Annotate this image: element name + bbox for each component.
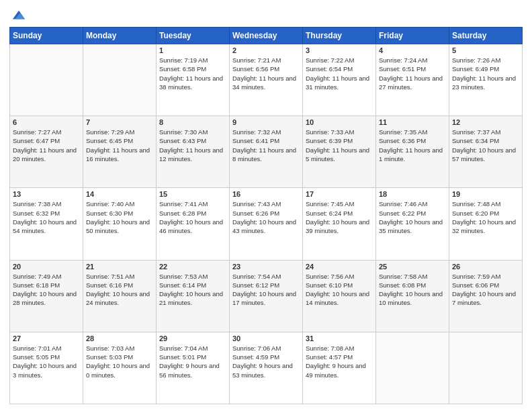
- day-info: Sunrise: 7:40 AM Sunset: 6:30 PM Dayligh…: [86, 199, 153, 235]
- day-number: 27: [13, 334, 80, 342]
- calendar-cell: 4Sunrise: 7:24 AM Sunset: 6:51 PM Daylig…: [376, 44, 449, 116]
- calendar-cell: 31Sunrise: 7:08 AM Sunset: 4:57 PM Dayli…: [303, 332, 376, 404]
- day-info: Sunrise: 7:33 AM Sunset: 6:39 PM Dayligh…: [306, 128, 373, 163]
- calendar-table: SundayMondayTuesdayWednesdayThursdayFrid…: [9, 27, 523, 404]
- day-number: 19: [452, 190, 519, 198]
- day-number: 15: [159, 190, 226, 198]
- calendar-week-4: 20Sunrise: 7:49 AM Sunset: 6:18 PM Dayli…: [10, 260, 523, 332]
- day-info: Sunrise: 7:22 AM Sunset: 6:54 PM Dayligh…: [306, 56, 373, 91]
- day-info: Sunrise: 7:32 AM Sunset: 6:41 PM Dayligh…: [232, 128, 300, 163]
- calendar-week-5: 27Sunrise: 7:01 AM Sunset: 5:05 PM Dayli…: [10, 332, 523, 404]
- day-number: 28: [86, 334, 153, 342]
- day-number: 13: [13, 190, 80, 198]
- day-number: 21: [86, 263, 153, 271]
- day-number: 11: [379, 118, 446, 126]
- day-info: Sunrise: 7:01 AM Sunset: 5:05 PM Dayligh…: [13, 344, 80, 379]
- calendar-cell: 6Sunrise: 7:27 AM Sunset: 6:47 PM Daylig…: [10, 116, 83, 188]
- calendar-cell: 30Sunrise: 7:06 AM Sunset: 4:59 PM Dayli…: [230, 332, 303, 404]
- day-number: 14: [86, 190, 153, 198]
- calendar-cell: [376, 332, 449, 404]
- day-number: 20: [13, 263, 80, 271]
- day-info: Sunrise: 7:48 AM Sunset: 6:20 PM Dayligh…: [452, 199, 519, 235]
- day-info: Sunrise: 7:24 AM Sunset: 6:51 PM Dayligh…: [379, 56, 446, 91]
- day-number: 8: [159, 118, 226, 126]
- calendar-cell: 10Sunrise: 7:33 AM Sunset: 6:39 PM Dayli…: [303, 116, 376, 188]
- day-number: 4: [379, 46, 446, 54]
- header: [9, 7, 523, 23]
- day-number: 5: [452, 46, 519, 54]
- day-info: Sunrise: 7:30 AM Sunset: 6:43 PM Dayligh…: [159, 128, 226, 163]
- day-number: 23: [232, 263, 300, 271]
- day-info: Sunrise: 7:51 AM Sunset: 6:16 PM Dayligh…: [86, 272, 153, 308]
- calendar-cell: 16Sunrise: 7:43 AM Sunset: 6:26 PM Dayli…: [230, 188, 303, 260]
- weekday-header-monday: Monday: [83, 28, 157, 44]
- day-number: 16: [232, 190, 300, 198]
- day-info: Sunrise: 7:35 AM Sunset: 6:36 PM Dayligh…: [379, 128, 446, 163]
- day-info: Sunrise: 7:08 AM Sunset: 4:57 PM Dayligh…: [306, 344, 373, 379]
- logo: [9, 9, 26, 23]
- day-info: Sunrise: 7:03 AM Sunset: 5:03 PM Dayligh…: [86, 344, 153, 379]
- day-info: Sunrise: 7:37 AM Sunset: 6:34 PM Dayligh…: [452, 128, 519, 163]
- calendar-cell: [83, 44, 157, 116]
- calendar-cell: 1Sunrise: 7:19 AM Sunset: 6:58 PM Daylig…: [157, 44, 230, 116]
- day-number: 7: [86, 118, 153, 126]
- calendar-cell: 29Sunrise: 7:04 AM Sunset: 5:01 PM Dayli…: [157, 332, 230, 404]
- day-info: Sunrise: 7:53 AM Sunset: 6:14 PM Dayligh…: [159, 272, 226, 308]
- calendar-cell: 24Sunrise: 7:56 AM Sunset: 6:10 PM Dayli…: [303, 260, 376, 332]
- day-number: 25: [379, 263, 446, 271]
- day-number: 31: [306, 334, 373, 342]
- day-number: 26: [452, 263, 519, 271]
- calendar-cell: 26Sunrise: 7:59 AM Sunset: 6:06 PM Dayli…: [449, 260, 523, 332]
- day-number: 17: [306, 190, 373, 198]
- calendar-week-2: 6Sunrise: 7:27 AM Sunset: 6:47 PM Daylig…: [10, 116, 523, 188]
- calendar-cell: 21Sunrise: 7:51 AM Sunset: 6:16 PM Dayli…: [83, 260, 157, 332]
- calendar-week-1: 1Sunrise: 7:19 AM Sunset: 6:58 PM Daylig…: [10, 44, 523, 116]
- weekday-header-saturday: Saturday: [449, 28, 523, 44]
- calendar-cell: 17Sunrise: 7:45 AM Sunset: 6:24 PM Dayli…: [303, 188, 376, 260]
- day-number: 24: [306, 263, 373, 271]
- day-info: Sunrise: 7:49 AM Sunset: 6:18 PM Dayligh…: [13, 272, 80, 308]
- calendar-cell: 25Sunrise: 7:58 AM Sunset: 6:08 PM Dayli…: [376, 260, 449, 332]
- calendar-cell: 14Sunrise: 7:40 AM Sunset: 6:30 PM Dayli…: [83, 188, 157, 260]
- calendar-cell: 8Sunrise: 7:30 AM Sunset: 6:43 PM Daylig…: [157, 116, 230, 188]
- weekday-header-wednesday: Wednesday: [230, 28, 303, 44]
- day-info: Sunrise: 7:19 AM Sunset: 6:58 PM Dayligh…: [159, 56, 226, 91]
- weekday-header-thursday: Thursday: [303, 28, 376, 44]
- day-number: 2: [232, 46, 300, 54]
- calendar-cell: 28Sunrise: 7:03 AM Sunset: 5:03 PM Dayli…: [83, 332, 157, 404]
- logo-icon: [11, 8, 26, 23]
- calendar-cell: 3Sunrise: 7:22 AM Sunset: 6:54 PM Daylig…: [303, 44, 376, 116]
- day-number: 22: [159, 263, 226, 271]
- day-info: Sunrise: 7:58 AM Sunset: 6:08 PM Dayligh…: [379, 272, 446, 308]
- weekday-header-row: SundayMondayTuesdayWednesdayThursdayFrid…: [10, 28, 523, 44]
- day-number: 9: [232, 118, 300, 126]
- calendar-cell: 11Sunrise: 7:35 AM Sunset: 6:36 PM Dayli…: [376, 116, 449, 188]
- day-info: Sunrise: 7:06 AM Sunset: 4:59 PM Dayligh…: [232, 344, 300, 379]
- day-number: 10: [306, 118, 373, 126]
- calendar-week-3: 13Sunrise: 7:38 AM Sunset: 6:32 PM Dayli…: [10, 188, 523, 260]
- day-info: Sunrise: 7:04 AM Sunset: 5:01 PM Dayligh…: [159, 344, 226, 379]
- calendar-cell: 20Sunrise: 7:49 AM Sunset: 6:18 PM Dayli…: [10, 260, 83, 332]
- calendar-cell: 12Sunrise: 7:37 AM Sunset: 6:34 PM Dayli…: [449, 116, 523, 188]
- calendar-cell: [10, 44, 83, 116]
- day-info: Sunrise: 7:46 AM Sunset: 6:22 PM Dayligh…: [379, 199, 446, 235]
- day-number: 12: [452, 118, 519, 126]
- calendar-cell: 23Sunrise: 7:54 AM Sunset: 6:12 PM Dayli…: [230, 260, 303, 332]
- calendar-cell: 7Sunrise: 7:29 AM Sunset: 6:45 PM Daylig…: [83, 116, 157, 188]
- calendar-cell: 18Sunrise: 7:46 AM Sunset: 6:22 PM Dayli…: [376, 188, 449, 260]
- day-number: 30: [232, 334, 300, 342]
- day-info: Sunrise: 7:41 AM Sunset: 6:28 PM Dayligh…: [159, 199, 226, 235]
- day-info: Sunrise: 7:27 AM Sunset: 6:47 PM Dayligh…: [13, 128, 80, 163]
- day-number: 6: [13, 118, 80, 126]
- day-info: Sunrise: 7:38 AM Sunset: 6:32 PM Dayligh…: [13, 199, 80, 235]
- calendar-cell: 13Sunrise: 7:38 AM Sunset: 6:32 PM Dayli…: [10, 188, 83, 260]
- calendar-cell: 9Sunrise: 7:32 AM Sunset: 6:41 PM Daylig…: [230, 116, 303, 188]
- day-number: 18: [379, 190, 446, 198]
- calendar-cell: 19Sunrise: 7:48 AM Sunset: 6:20 PM Dayli…: [449, 188, 523, 260]
- calendar-cell: 15Sunrise: 7:41 AM Sunset: 6:28 PM Dayli…: [157, 188, 230, 260]
- weekday-header-friday: Friday: [376, 28, 449, 44]
- day-number: 1: [159, 46, 226, 54]
- day-info: Sunrise: 7:56 AM Sunset: 6:10 PM Dayligh…: [306, 272, 373, 308]
- calendar-cell: 2Sunrise: 7:21 AM Sunset: 6:56 PM Daylig…: [230, 44, 303, 116]
- day-number: 3: [306, 46, 373, 54]
